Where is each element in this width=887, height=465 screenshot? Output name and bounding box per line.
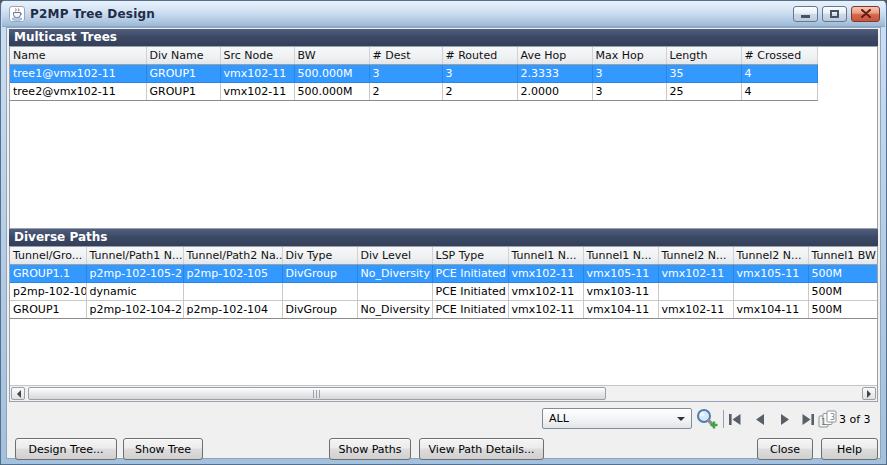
column-header[interactable]: Tunnel/Path1 N... xyxy=(86,247,183,264)
table-cell[interactable]: 4 xyxy=(741,82,817,100)
table-cell[interactable]: p2mp-102-103 xyxy=(10,282,86,300)
table-cell[interactable]: GROUP1.1 xyxy=(10,264,86,282)
design-tree-button[interactable]: Design Tree... xyxy=(15,438,117,460)
table-cell[interactable]: 3 xyxy=(442,64,517,82)
table-cell[interactable]: vmx102-11 xyxy=(508,300,583,318)
table-cell[interactable]: p2mp-102-105-2 xyxy=(86,264,183,282)
table-cell[interactable]: vmx102-11 xyxy=(220,82,294,100)
first-page-button[interactable] xyxy=(726,412,744,427)
table-cell[interactable]: 500.000M xyxy=(294,64,369,82)
table-cell[interactable]: vmx103-11 xyxy=(583,282,658,300)
table-cell[interactable]: tree2@vmx102-11 xyxy=(10,82,146,100)
table-cell[interactable]: 2 xyxy=(442,82,517,100)
table-cell[interactable]: 25 xyxy=(666,82,741,100)
column-header[interactable]: Tunnel1 BW xyxy=(808,247,878,264)
zoom-search-button[interactable] xyxy=(694,407,720,435)
table-cell[interactable]: 2 xyxy=(369,82,442,100)
horizontal-scrollbar[interactable] xyxy=(10,385,877,401)
scrollbar-thumb[interactable] xyxy=(28,387,606,400)
table-cell[interactable]: 2.0000 xyxy=(517,82,592,100)
previous-page-button[interactable] xyxy=(751,412,769,427)
column-header[interactable]: # Crossed xyxy=(741,47,817,64)
table-cell[interactable]: p2mp-102-104-2 xyxy=(86,300,183,318)
scroll-right-button[interactable] xyxy=(862,387,876,400)
filter-dropdown[interactable]: ALL xyxy=(542,408,692,429)
column-header[interactable]: BW xyxy=(294,47,369,64)
column-header[interactable]: Tunnel2 N... xyxy=(658,247,733,264)
show-paths-button[interactable]: Show Paths xyxy=(329,438,411,460)
table-cell[interactable]: dynamic xyxy=(86,282,183,300)
titlebar[interactable]: P2MP Tree Design xyxy=(2,1,885,27)
table-row[interactable]: GROUP1.1p2mp-102-105-2p2mp-102-105DivGro… xyxy=(10,264,878,282)
table-cell[interactable]: vmx104-11 xyxy=(733,300,808,318)
table-cell[interactable]: 3 xyxy=(592,82,666,100)
close-dialog-button[interactable]: Close xyxy=(757,438,813,460)
table-cell[interactable]: No_Diversity xyxy=(357,264,432,282)
multicast-trees-table-pane[interactable]: NameDiv NameSrc NodeBW# Dest# RoutedAve … xyxy=(9,46,878,229)
column-header[interactable]: Div Name xyxy=(146,47,220,64)
view-path-details-button[interactable]: View Path Details... xyxy=(419,438,544,460)
table-cell[interactable]: 3 xyxy=(369,64,442,82)
table-cell[interactable]: 500M xyxy=(808,264,878,282)
table-cell[interactable]: vmx102-11 xyxy=(658,300,733,318)
column-header[interactable]: Tunnel1 N... xyxy=(583,247,658,264)
help-button[interactable]: Help xyxy=(821,438,878,460)
column-header[interactable]: Length xyxy=(666,47,741,64)
table-row[interactable]: p2mp-102-103dynamicPCE Initiatedvmx102-1… xyxy=(10,282,878,300)
page-list-button[interactable]: 3 1 xyxy=(817,409,839,433)
column-header[interactable]: Tunnel2 N... xyxy=(733,247,808,264)
column-header[interactable]: Div Type xyxy=(282,247,357,264)
column-header[interactable]: Tunnel/Gro... xyxy=(10,247,86,264)
table-cell[interactable]: 500M xyxy=(808,300,878,318)
table-cell[interactable]: 2.3333 xyxy=(517,64,592,82)
table-cell[interactable]: 500M xyxy=(808,282,878,300)
table-cell[interactable] xyxy=(733,282,808,300)
table-cell[interactable] xyxy=(282,282,357,300)
table-cell[interactable]: GROUP1 xyxy=(146,82,220,100)
table-cell[interactable]: No_Diversity xyxy=(357,300,432,318)
column-header[interactable]: Tunnel/Path2 Na... xyxy=(183,247,282,264)
table-cell[interactable]: DivGroup xyxy=(282,300,357,318)
table-cell[interactable] xyxy=(658,282,733,300)
table-row[interactable]: GROUP1p2mp-102-104-2p2mp-102-104DivGroup… xyxy=(10,300,878,318)
table-cell[interactable]: 35 xyxy=(666,64,741,82)
column-header[interactable]: Div Level xyxy=(357,247,432,264)
table-cell[interactable]: tree1@vmx102-11 xyxy=(10,64,146,82)
next-page-button[interactable] xyxy=(776,412,794,427)
table-cell[interactable]: vmx102-11 xyxy=(220,64,294,82)
table-cell[interactable]: GROUP1 xyxy=(10,300,86,318)
table-cell[interactable]: 500.000M xyxy=(294,82,369,100)
column-header[interactable]: Src Node xyxy=(220,47,294,64)
table-cell[interactable]: 3 xyxy=(592,64,666,82)
minimize-button[interactable] xyxy=(793,6,818,22)
maximize-button[interactable] xyxy=(822,6,847,22)
show-tree-button[interactable]: Show Tree xyxy=(123,438,203,460)
table-cell[interactable]: vmx102-11 xyxy=(508,282,583,300)
column-header[interactable]: # Routed xyxy=(442,47,517,64)
table-cell[interactable]: DivGroup xyxy=(282,264,357,282)
table-cell[interactable]: GROUP1 xyxy=(146,64,220,82)
column-header[interactable]: LSP Type xyxy=(432,247,508,264)
diverse-paths-table-pane[interactable]: Tunnel/Gro...Tunnel/Path1 N...Tunnel/Pat… xyxy=(9,246,878,402)
table-cell[interactable]: p2mp-102-105 xyxy=(183,264,282,282)
table-row[interactable]: tree2@vmx102-11GROUP1vmx102-11500.000M22… xyxy=(10,82,817,100)
column-header[interactable]: Tunnel1 N... xyxy=(508,247,583,264)
table-cell[interactable]: vmx102-11 xyxy=(508,264,583,282)
table-cell[interactable]: vmx105-11 xyxy=(583,264,658,282)
table-cell[interactable]: vmx105-11 xyxy=(733,264,808,282)
table-cell[interactable]: 4 xyxy=(741,64,817,82)
column-header[interactable]: # Dest xyxy=(369,47,442,64)
table-cell[interactable]: vmx104-11 xyxy=(583,300,658,318)
last-page-button[interactable] xyxy=(799,412,817,427)
table-cell[interactable]: PCE Initiated xyxy=(432,300,508,318)
table-row[interactable]: tree1@vmx102-11GROUP1vmx102-11500.000M33… xyxy=(10,64,817,82)
table-cell[interactable] xyxy=(183,282,282,300)
column-header[interactable]: Max Hop xyxy=(592,47,666,64)
table-cell[interactable] xyxy=(357,282,432,300)
column-header[interactable]: Ave Hop xyxy=(517,47,592,64)
table-cell[interactable]: p2mp-102-104 xyxy=(183,300,282,318)
table-cell[interactable]: PCE Initiated xyxy=(432,264,508,282)
scroll-left-button[interactable] xyxy=(11,387,25,400)
table-cell[interactable]: vmx102-11 xyxy=(658,264,733,282)
table-cell[interactable]: PCE Initiated xyxy=(432,282,508,300)
